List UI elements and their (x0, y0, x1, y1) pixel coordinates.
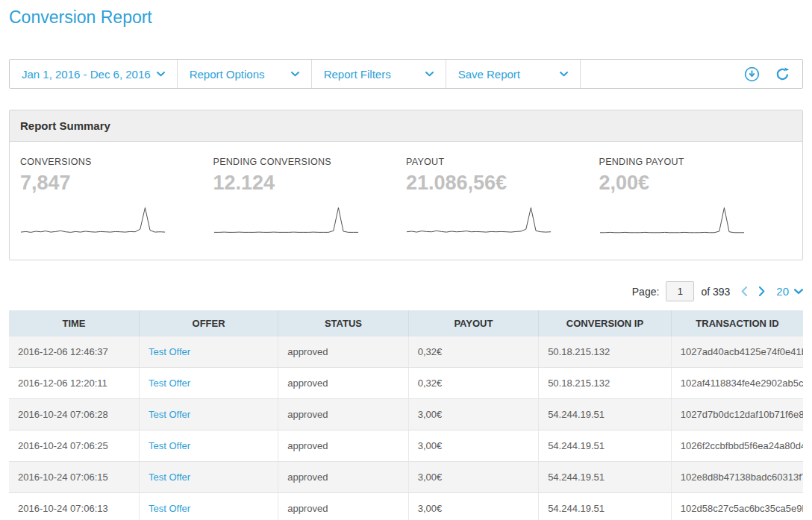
cell-time: 2016-10-24 07:06:13 (9, 493, 139, 520)
cell-offer: Test Offer (139, 368, 278, 399)
chevron-down-icon (291, 72, 299, 77)
metric-label: PENDING CONVERSIONS (213, 157, 407, 167)
cell-status: approved (278, 462, 408, 493)
metric-payout: PAYOUT 21.086,56€ (406, 157, 599, 240)
metric-label: CONVERSIONS (20, 157, 213, 167)
cell-time: 2016-12-06 12:20:11 (9, 368, 139, 399)
page-size-selector[interactable]: 20 (776, 285, 803, 298)
chevron-down-icon (425, 72, 434, 77)
chevron-left-icon[interactable] (741, 286, 747, 296)
table-row: 2016-12-06 12:20:11 Test Offer approved … (9, 368, 803, 399)
report-filters-label: Report Filters (324, 68, 391, 81)
cell-conversion-ip: 54.244.19.51 (539, 462, 672, 493)
toolbar: Jan 1, 2016 - Dec 6, 2016 Report Options… (9, 59, 803, 89)
cell-transaction-id: 1027ad40acb4125e74f0e41b5 (671, 336, 803, 368)
cell-conversion-ip: 50.18.215.132 (539, 368, 672, 399)
cell-transaction-id: 102e8d8b47138badc60313f7e (671, 462, 803, 493)
table-row: 2016-12-06 12:46:37 Test Offer approved … (9, 336, 803, 368)
cell-offer: Test Offer (139, 462, 278, 493)
metric-label: PENDING PAYOUT (599, 157, 793, 167)
cell-status: approved (278, 493, 408, 520)
chevron-down-icon (794, 289, 803, 295)
metric-value: 7,847 (20, 172, 213, 195)
cell-offer: Test Offer (139, 493, 278, 520)
metric-value: 21.086,56€ (406, 172, 599, 195)
cell-status: approved (278, 368, 408, 399)
metric-value: 12.124 (213, 172, 407, 195)
offer-link[interactable]: Test Offer (149, 409, 190, 420)
cell-status: approved (278, 336, 408, 368)
chevron-right-icon[interactable] (759, 286, 765, 296)
save-report-menu[interactable]: Save Report (446, 60, 581, 88)
cell-payout: 0,32€ (408, 368, 538, 399)
cell-offer: Test Offer (139, 336, 278, 368)
save-report-label: Save Report (458, 68, 520, 81)
column-header-offer[interactable]: OFFER (139, 310, 278, 336)
metric-pending-payout: PENDING PAYOUT 2,00€ (599, 157, 793, 240)
metric-label: PAYOUT (406, 157, 599, 167)
chevron-down-icon (157, 72, 165, 77)
cell-conversion-ip: 54.244.19.51 (539, 399, 672, 430)
cell-time: 2016-12-06 12:46:37 (9, 336, 139, 368)
sparkline-chart (20, 204, 166, 237)
table-row: 2016-10-24 07:06:28 Test Offer approved … (9, 399, 803, 430)
total-pages-label: of 393 (701, 286, 730, 298)
sparkline-chart (406, 204, 552, 237)
cell-time: 2016-10-24 07:06:15 (9, 462, 139, 493)
cell-transaction-id: 102af4118834fe4e2902ab5c3 (671, 368, 803, 399)
cell-offer: Test Offer (139, 430, 278, 462)
column-header-conversion-ip[interactable]: CONVERSION IP (539, 310, 672, 336)
report-options-label: Report Options (190, 68, 265, 81)
column-header-payout[interactable]: PAYOUT (408, 310, 538, 336)
offer-link[interactable]: Test Offer (149, 503, 190, 514)
metric-value: 2,00€ (599, 172, 793, 195)
offer-link[interactable]: Test Offer (149, 440, 190, 451)
cell-conversion-ip: 54.244.19.51 (539, 493, 672, 520)
report-filters-menu[interactable]: Report Filters (312, 60, 446, 88)
cell-status: approved (278, 399, 408, 430)
date-range-selector[interactable]: Jan 1, 2016 - Dec 6, 2016 (10, 60, 178, 88)
offer-link[interactable]: Test Offer (149, 378, 190, 389)
report-summary-panel: Report Summary CONVERSIONS 7,847 PENDING… (9, 110, 803, 260)
cell-transaction-id: 1027d7b0dc12daf10b71f6e8a (671, 399, 803, 430)
cell-payout: 0,32€ (408, 336, 538, 368)
sparkline-chart (213, 204, 359, 237)
offer-link[interactable]: Test Offer (149, 346, 190, 357)
table-header-row: TIME OFFER STATUS PAYOUT CONVERSION IP T… (9, 310, 803, 336)
cell-transaction-id: 1026f2ccbfbbd5f6ea24a80d4 (671, 430, 803, 462)
cell-conversion-ip: 50.18.215.132 (539, 336, 672, 368)
sparkline-chart (599, 204, 745, 237)
conversions-table: TIME OFFER STATUS PAYOUT CONVERSION IP T… (9, 310, 803, 520)
report-options-menu[interactable]: Report Options (178, 60, 312, 88)
cell-time: 2016-10-24 07:06:25 (9, 430, 139, 462)
column-header-transaction-id[interactable]: TRANSACTION ID (671, 310, 803, 336)
refresh-icon[interactable] (775, 66, 790, 82)
cell-payout: 3,00€ (408, 462, 538, 493)
cell-payout: 3,00€ (408, 399, 538, 430)
cell-transaction-id: 102d58c27c5ac6bc35ca5e9b1 (671, 493, 803, 520)
offer-link[interactable]: Test Offer (149, 472, 190, 483)
column-header-time[interactable]: TIME (9, 310, 139, 336)
metric-pending-conversions: PENDING CONVERSIONS 12.124 (213, 157, 407, 240)
date-range-label: Jan 1, 2016 - Dec 6, 2016 (22, 68, 151, 81)
column-header-status[interactable]: STATUS (278, 310, 408, 336)
cell-payout: 3,00€ (408, 493, 538, 520)
download-icon[interactable] (744, 66, 760, 82)
page-title: Conversion Report (9, 7, 803, 28)
report-summary-title: Report Summary (10, 110, 802, 142)
pagination: Page: of 393 20 (9, 281, 803, 301)
cell-payout: 3,00€ (408, 430, 538, 462)
cell-status: approved (278, 430, 408, 462)
chevron-down-icon (560, 72, 568, 77)
cell-offer: Test Offer (139, 399, 278, 430)
table-row: 2016-10-24 07:06:25 Test Offer approved … (9, 430, 803, 462)
page-size-value: 20 (776, 285, 789, 298)
metric-conversions: CONVERSIONS 7,847 (20, 157, 213, 240)
cell-time: 2016-10-24 07:06:28 (9, 399, 139, 430)
cell-conversion-ip: 54.244.19.51 (539, 430, 672, 462)
table-row: 2016-10-24 07:06:13 Test Offer approved … (9, 493, 803, 520)
page-number-input[interactable] (666, 281, 694, 301)
table-row: 2016-10-24 07:06:15 Test Offer approved … (9, 462, 803, 493)
page-label: Page: (632, 286, 660, 298)
